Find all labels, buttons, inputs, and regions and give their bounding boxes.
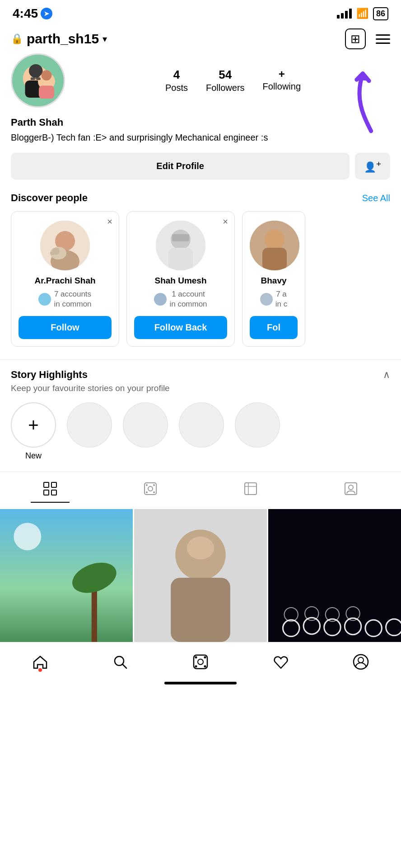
display-name: Parth Shah: [11, 117, 390, 128]
mutual-text-2: 1 accountin common: [169, 289, 207, 309]
svg-point-62: [195, 656, 197, 659]
highlights-section: Story Highlights ∧ Keep your favourite s…: [0, 359, 401, 461]
card-name-1: Ar.Prachi Shah: [19, 276, 112, 286]
svg-rect-25: [51, 482, 56, 487]
nav-home[interactable]: [32, 654, 48, 670]
posts-count: 4: [173, 68, 180, 82]
highlight-circle-2[interactable]: [123, 402, 168, 448]
svg-point-40: [14, 523, 41, 550]
follow-button-1[interactable]: Follow: [19, 316, 112, 339]
highlights-title: Story Highlights: [11, 369, 88, 381]
signal-bars: [337, 9, 352, 19]
svg-rect-47: [268, 509, 401, 642]
status-icons: 📶 86: [337, 7, 388, 20]
svg-point-29: [148, 486, 153, 491]
photo-grid: [0, 509, 401, 642]
stat-posts[interactable]: 4 Posts: [165, 68, 188, 93]
card-close-1[interactable]: ×: [107, 217, 112, 226]
nav-profile[interactable]: [353, 654, 369, 670]
menu-line-3: [376, 42, 390, 44]
svg-rect-20: [172, 234, 189, 241]
chevron-up-icon[interactable]: ∧: [383, 369, 390, 381]
photo-cell-2[interactable]: [134, 509, 267, 642]
svg-point-33: [153, 491, 155, 493]
followers-count: 54: [219, 68, 232, 82]
signal-bar-4: [349, 9, 352, 19]
photo-cell-1[interactable]: [0, 509, 133, 642]
menu-line-1: [376, 34, 390, 36]
nav-reels[interactable]: [192, 654, 209, 670]
svg-point-30: [146, 484, 148, 486]
svg-point-63: [204, 656, 206, 659]
battery-indicator: 86: [373, 7, 388, 20]
nav-activity[interactable]: [273, 654, 289, 670]
highlight-3[interactable]: [179, 402, 224, 451]
tab-profile-tagged[interactable]: [331, 478, 370, 503]
stat-followers[interactable]: 54 Followers: [206, 68, 245, 93]
menu-line-2: [376, 38, 390, 40]
highlight-circle-1[interactable]: [67, 402, 112, 448]
add-post-button[interactable]: ⊞: [345, 28, 366, 49]
followers-label: Followers: [206, 83, 245, 93]
card-name-3: Bhavy: [250, 276, 298, 286]
posts-label: Posts: [165, 83, 188, 93]
plus-icon: +: [28, 416, 38, 434]
mutual-text-3: 7 ain c: [275, 289, 287, 309]
svg-line-59: [122, 664, 126, 668]
svg-rect-45: [171, 578, 230, 642]
stats-row: 4 Posts 54 Followers + Following: [76, 68, 390, 93]
nav-search[interactable]: [112, 654, 128, 670]
signal-bar-2: [341, 13, 344, 19]
highlight-2[interactable]: [123, 402, 168, 451]
svg-rect-9: [36, 77, 41, 80]
discover-card-1: × Ar.Prachi Shah 7 accountsin common Fol…: [11, 211, 119, 346]
status-bar: 4:45 ➤ 📶 86: [0, 0, 401, 24]
highlight-new[interactable]: + New: [11, 402, 56, 461]
card-close-2[interactable]: ×: [223, 217, 228, 226]
signal-bar-1: [337, 15, 340, 19]
chevron-down-icon[interactable]: ▾: [103, 33, 107, 44]
tab-tagged[interactable]: [231, 478, 270, 503]
new-highlight-circle[interactable]: +: [11, 402, 56, 448]
card-mutual-3: 7 ain c: [250, 289, 298, 309]
see-all-link[interactable]: See All: [362, 193, 390, 203]
svg-point-32: [146, 491, 148, 493]
tab-grid[interactable]: [31, 478, 70, 503]
svg-rect-19: [168, 248, 193, 270]
card-name-2: Shah Umesh: [134, 276, 227, 286]
follow-back-button-2[interactable]: Follow Back: [134, 316, 227, 339]
wifi-icon: 📶: [356, 8, 368, 19]
following-label: Following: [263, 81, 301, 92]
avatar[interactable]: [11, 53, 65, 108]
bottom-nav: [0, 642, 401, 678]
svg-rect-26: [44, 490, 49, 495]
content-tabs: [0, 472, 401, 509]
highlight-4[interactable]: [235, 402, 280, 451]
highlight-circle-3[interactable]: [179, 402, 224, 448]
new-highlight-label: New: [25, 451, 42, 461]
bio-text: BloggerB-) Tech fan :E> and surprisingly…: [11, 131, 390, 144]
username-label: parth_sh15: [27, 31, 99, 47]
following-count: +: [279, 68, 285, 80]
highlight-1[interactable]: [67, 402, 112, 451]
discover-scroll: × Ar.Prachi Shah 7 accountsin common Fol…: [0, 211, 401, 346]
stat-following[interactable]: + Following: [263, 68, 301, 93]
mutual-avatar-3: [260, 293, 273, 306]
photo-cell-3[interactable]: [268, 509, 401, 642]
highlight-circle-4[interactable]: [235, 402, 280, 448]
edit-profile-button[interactable]: Edit Profile: [11, 153, 350, 179]
discover-card-2: × Shah Umesh 1 accountin common Follow B…: [126, 211, 235, 346]
tab-reels[interactable]: [131, 478, 170, 503]
battery-level: 86: [376, 9, 385, 18]
svg-rect-8: [31, 77, 35, 80]
svg-point-64: [195, 665, 197, 668]
lock-icon: 🔒: [11, 33, 23, 45]
highlights-header: Story Highlights ∧: [11, 369, 390, 381]
status-time: 4:45 ➤: [13, 6, 52, 21]
follow-button-3[interactable]: Fol: [250, 316, 298, 339]
add-person-button[interactable]: 👤+: [355, 153, 390, 179]
svg-point-38: [349, 485, 353, 490]
menu-button[interactable]: [376, 34, 390, 44]
card-mutual-2: 1 accountin common: [134, 289, 227, 309]
signal-bar-3: [345, 11, 348, 19]
